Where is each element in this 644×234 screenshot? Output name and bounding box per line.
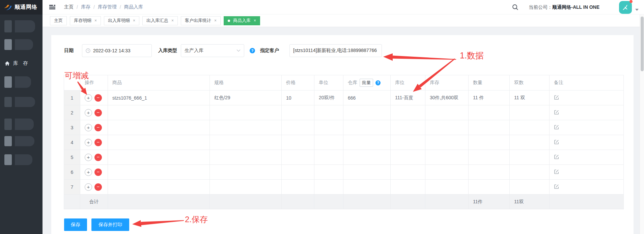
help-icon[interactable]: ?	[250, 48, 255, 53]
sidebar-item-placeholder[interactable]	[4, 119, 34, 130]
cell-pairs[interactable]	[510, 120, 550, 135]
cell-warehouse[interactable]	[343, 105, 391, 120]
tab-inout-summary[interactable]: 出入库汇总×	[142, 16, 178, 25]
cell-price[interactable]: 10	[282, 90, 314, 105]
cell-spec[interactable]	[210, 165, 282, 180]
cell-warehouse[interactable]	[343, 180, 391, 194]
sidebar-item-placeholder[interactable]	[4, 39, 33, 50]
batch-help-icon[interactable]: ?	[375, 80, 381, 85]
remove-row-button[interactable]: −	[94, 139, 102, 146]
add-row-button[interactable]: +	[85, 183, 92, 191]
cell-qty[interactable]: 11 件	[469, 90, 510, 105]
remove-row-button[interactable]: −	[94, 168, 102, 176]
cell-qty[interactable]	[469, 135, 510, 150]
cell-qty[interactable]	[469, 180, 510, 194]
tab-customer-outbound-stats[interactable]: 客户出库统计×	[181, 16, 221, 25]
cell-product[interactable]: stzs1076_666_1	[108, 90, 210, 105]
vertical-scrollbar[interactable]	[640, 15, 644, 234]
cell-price[interactable]	[282, 180, 314, 194]
cell-location[interactable]	[391, 180, 425, 194]
customer-input[interactable]: [stzs10114]新新鞋业,电话:18899887766	[289, 44, 382, 57]
cell-warehouse[interactable]	[343, 120, 391, 135]
edit-remark-icon[interactable]	[554, 184, 559, 189]
breadcrumb-goods-inbound[interactable]: 商品入库	[124, 4, 143, 10]
cell-location[interactable]	[391, 135, 425, 150]
cell-price[interactable]	[282, 135, 314, 150]
cell-spec[interactable]: 红色/29	[210, 90, 282, 105]
breadcrumb-inventory-mgmt[interactable]: 库存管理	[98, 4, 117, 10]
cell-pairs[interactable]	[510, 105, 550, 120]
cell-product[interactable]	[108, 105, 210, 120]
cell-location[interactable]	[391, 150, 425, 165]
close-icon[interactable]: ×	[214, 18, 217, 23]
cell-unit[interactable]	[314, 165, 343, 180]
remove-row-button[interactable]: −	[94, 183, 102, 191]
batch-button[interactable]: 批量	[360, 79, 373, 87]
cell-pairs[interactable]	[510, 165, 550, 180]
remove-row-button[interactable]: −	[94, 109, 102, 116]
add-row-button[interactable]: +	[85, 168, 92, 176]
cell-qty[interactable]	[469, 165, 510, 180]
sidebar-item-placeholder[interactable]	[4, 20, 35, 32]
date-input[interactable]: 2022-03-12 14:33	[82, 44, 152, 57]
cell-product[interactable]	[108, 120, 210, 135]
add-row-button[interactable]: +	[85, 94, 92, 102]
cell-pairs[interactable]	[510, 180, 550, 194]
tab-home[interactable]: 主页	[50, 16, 67, 25]
cell-qty[interactable]	[469, 150, 510, 165]
sidebar-item-placeholder[interactable]	[4, 76, 31, 88]
cell-product[interactable]	[108, 150, 210, 165]
cell-qty[interactable]	[469, 120, 510, 135]
cell-price[interactable]	[282, 120, 314, 135]
cell-unit[interactable]	[314, 150, 343, 165]
search-icon[interactable]	[512, 4, 519, 10]
add-row-button[interactable]: +	[85, 109, 92, 116]
cell-unit[interactable]	[314, 135, 343, 150]
cell-location[interactable]	[391, 120, 425, 135]
remove-row-button[interactable]: −	[94, 154, 102, 161]
cell-spec[interactable]	[210, 120, 282, 135]
user-menu-caret-icon[interactable]	[635, 9, 639, 11]
cell-price[interactable]	[282, 165, 314, 180]
cell-warehouse[interactable]	[343, 165, 391, 180]
cell-price[interactable]	[282, 105, 314, 120]
sidebar-item-placeholder[interactable]	[4, 136, 34, 146]
scrollbar-thumb[interactable]	[641, 17, 644, 71]
edit-remark-icon[interactable]	[554, 125, 559, 130]
sidebar-item-inventory[interactable]: 库 存	[5, 60, 30, 67]
cell-qty[interactable]	[469, 105, 510, 120]
remove-row-button[interactable]: −	[94, 124, 102, 131]
save-button[interactable]: 保存	[64, 218, 87, 231]
close-icon[interactable]: ×	[171, 18, 174, 23]
tab-inventory-detail[interactable]: 库存明细×	[70, 16, 101, 25]
sidebar-item-placeholder[interactable]	[4, 154, 32, 165]
cell-location[interactable]	[391, 165, 425, 180]
cell-spec[interactable]	[210, 105, 282, 120]
cell-pairs[interactable]	[510, 135, 550, 150]
close-icon[interactable]: ×	[133, 18, 135, 23]
breadcrumb-inventory[interactable]: 库存	[81, 4, 90, 10]
close-icon[interactable]: ×	[254, 18, 256, 23]
collapse-menu-icon[interactable]	[49, 5, 55, 9]
cell-warehouse[interactable]	[343, 135, 391, 150]
save-and-print-button[interactable]: 保存并打印	[91, 218, 129, 231]
cell-warehouse[interactable]	[343, 150, 391, 165]
inbound-type-select[interactable]: 生产入库	[181, 44, 244, 57]
cell-product[interactable]	[108, 165, 210, 180]
cell-spec[interactable]	[210, 180, 282, 194]
add-row-button[interactable]: +	[85, 124, 92, 131]
cell-product[interactable]	[108, 180, 210, 194]
cell-spec[interactable]	[210, 135, 282, 150]
remove-row-button[interactable]: −	[94, 94, 102, 102]
cell-spec[interactable]	[210, 150, 282, 165]
cell-pairs[interactable]	[510, 150, 550, 165]
cell-unit[interactable]	[314, 105, 343, 120]
edit-remark-icon[interactable]	[554, 169, 559, 174]
app-logo[interactable]: 顺通网络	[0, 0, 43, 15]
close-icon[interactable]: ×	[94, 18, 97, 23]
cell-pairs[interactable]: 11 双	[510, 90, 550, 105]
edit-remark-icon[interactable]	[554, 154, 559, 159]
tab-goods-inbound-active[interactable]: 商品入库×	[224, 16, 260, 25]
tab-inout-detail[interactable]: 出入库明细×	[104, 16, 139, 25]
edit-remark-icon[interactable]	[554, 95, 559, 100]
